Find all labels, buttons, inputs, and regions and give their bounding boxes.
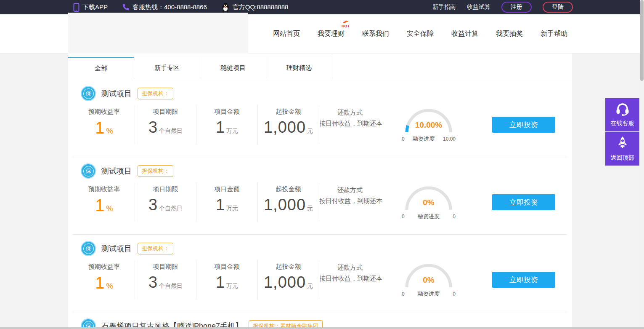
progress-min: 0 bbox=[402, 291, 405, 297]
profit-trial-link[interactable]: 收益试算 bbox=[467, 3, 490, 11]
stat-min-invest: 起投金额 1,000元 bbox=[258, 181, 319, 214]
stat-amount: 项目金额 1万元 bbox=[196, 181, 257, 214]
progress-min: 0 bbox=[402, 136, 405, 142]
invest-now-button[interactable]: 立即投资 bbox=[492, 194, 555, 210]
nav-item-help[interactable]: 新手帮助 bbox=[541, 29, 567, 38]
hotline[interactable]: 客服热线：400-8888-8866 bbox=[122, 3, 207, 11]
guarantee-badge-icon: 保 bbox=[81, 86, 96, 101]
project-item: 保 测试项目 担保机构： 预期收益率 1% 项目期限 3个自然日 项目金额 1万… bbox=[68, 157, 572, 234]
progress-max: 10.00 bbox=[443, 136, 456, 142]
repay-method: 还款方式 按日付收益，到期还本 bbox=[319, 104, 381, 128]
topbar: 下载APP 客服热线：400-8888-8866 bbox=[0, 0, 644, 14]
topbar-right: 新手指南 收益试算 注册 登陆 bbox=[432, 2, 573, 13]
back-to-top-label: 返回顶部 bbox=[611, 154, 634, 162]
stat-term: 项目期限 3个自然日 bbox=[135, 104, 196, 136]
project-title[interactable]: 测试项目 bbox=[101, 88, 132, 99]
guarantor-tag: 担保机构： bbox=[138, 88, 173, 99]
repay-method: 还款方式 按日付收益，到期还本 bbox=[319, 181, 381, 205]
progress-label: 融资进度 bbox=[418, 290, 440, 298]
login-button[interactable]: 登陆 bbox=[543, 2, 573, 13]
hotline-label: 客服热线：400-8888-8866 bbox=[133, 3, 207, 11]
tab-all[interactable]: 全部 bbox=[68, 57, 134, 79]
progress-label: 融资进度 bbox=[418, 213, 440, 220]
project-item: 保 石墨烯项目复古风格【赠送iPhone7手机】 担保机构：素材猫金融集团 bbox=[68, 312, 572, 329]
progress-percent: 0% bbox=[399, 198, 458, 207]
stat-min-invest: 起投金额 1,000元 bbox=[258, 259, 319, 292]
download-app-link[interactable]: 下载APP bbox=[73, 3, 108, 12]
project-item: 保 测试项目 担保机构： 预期收益率 1% 项目期限 3个自然日 项目金额 1万… bbox=[68, 234, 572, 312]
header: 网站首页 我要理财 HOT 联系我们 安全保障 收益计算 我要抽奖 新手帮助 bbox=[0, 14, 644, 53]
nav-item-calc[interactable]: 收益计算 bbox=[451, 29, 478, 38]
smartphone-icon bbox=[73, 3, 80, 12]
download-app-label: 下载APP bbox=[82, 3, 108, 11]
online-service-label: 在线客服 bbox=[611, 120, 634, 127]
funding-progress-gauge: 10.00% 0 融资进度 10.00 bbox=[399, 104, 458, 143]
project-title[interactable]: 测试项目 bbox=[101, 166, 132, 176]
register-button[interactable]: 注册 bbox=[501, 2, 532, 13]
tab-stable[interactable]: 稳健项目 bbox=[200, 57, 266, 79]
stat-term: 项目期限 3个自然日 bbox=[135, 181, 196, 214]
newbie-guide-link[interactable]: 新手指南 bbox=[432, 3, 456, 11]
stat-min-invest: 起投金额 1,000元 bbox=[258, 104, 319, 136]
funding-progress-gauge: 0% 0 融资进度 0 bbox=[399, 259, 458, 298]
filter-tabs: 全部 新手专区 稳健项目 理财精选 bbox=[68, 57, 572, 79]
stat-amount: 项目金额 1万元 bbox=[196, 104, 257, 136]
stat-expected-rate: 预期收益率 1% bbox=[74, 259, 135, 292]
qq-penguin-icon bbox=[221, 3, 230, 12]
main-nav: 网站首页 我要理财 HOT 联系我们 安全保障 收益计算 我要抽奖 新手帮助 bbox=[273, 29, 567, 38]
horizontal-scrollbar[interactable] bbox=[0, 327, 644, 329]
progress-percent: 10.00% bbox=[399, 120, 458, 130]
progress-percent: 0% bbox=[399, 276, 458, 285]
guarantee-badge-icon: 保 bbox=[81, 241, 96, 256]
project-list-panel: 全部 新手专区 稳健项目 理财精选 保 测试项目 担保机构： 预期收益率 1% … bbox=[68, 53, 572, 329]
nav-item-home[interactable]: 网站首页 bbox=[273, 29, 300, 38]
tab-newbie[interactable]: 新手专区 bbox=[134, 57, 200, 79]
funding-progress-gauge: 0% 0 融资进度 0 bbox=[399, 181, 458, 220]
rocket-icon bbox=[616, 136, 629, 152]
progress-label: 融资进度 bbox=[413, 135, 435, 143]
stat-term: 项目期限 3个自然日 bbox=[135, 259, 196, 292]
floating-widget: 在线客服 返回顶部 bbox=[605, 98, 639, 166]
guarantee-badge-icon: 保 bbox=[81, 163, 96, 179]
qq-label: 官方QQ:888888888 bbox=[233, 3, 289, 11]
stat-expected-rate: 预期收益率 1% bbox=[74, 181, 135, 215]
logo-placeholder bbox=[68, 13, 248, 53]
progress-max: 0 bbox=[453, 291, 456, 297]
vertical-scrollbar-thumb[interactable] bbox=[640, 0, 644, 81]
nav-item-lottery[interactable]: 我要抽奖 bbox=[496, 29, 523, 38]
project-title[interactable]: 测试项目 bbox=[101, 243, 132, 254]
nav-item-contact[interactable]: 联系我们 bbox=[362, 29, 389, 38]
progress-max: 0 bbox=[453, 214, 456, 219]
project-item: 保 测试项目 担保机构： 预期收益率 1% 项目期限 3个自然日 项目金额 1万… bbox=[68, 79, 572, 157]
phone-handset-icon bbox=[122, 3, 130, 11]
hot-icon: HOT bbox=[342, 19, 350, 28]
tab-featured[interactable]: 理财精选 bbox=[266, 57, 332, 79]
guarantor-tag: 担保机构： bbox=[138, 243, 173, 254]
stat-expected-rate: 预期收益率 1% bbox=[74, 104, 135, 137]
progress-min: 0 bbox=[402, 214, 405, 219]
nav-item-invest[interactable]: 我要理财 HOT bbox=[318, 29, 345, 38]
invest-now-button[interactable]: 立即投资 bbox=[492, 272, 555, 288]
guarantor-tag: 担保机构： bbox=[138, 165, 173, 177]
headset-icon bbox=[615, 102, 630, 118]
invest-now-button[interactable]: 立即投资 bbox=[492, 117, 555, 133]
topbar-left: 下载APP 客服热线：400-8888-8866 bbox=[73, 3, 302, 12]
vertical-scrollbar[interactable] bbox=[640, 0, 644, 329]
back-to-top-button[interactable]: 返回顶部 bbox=[605, 132, 639, 166]
stat-amount: 项目金额 1万元 bbox=[196, 259, 257, 292]
repay-method: 还款方式 按日付收益，到期还本 bbox=[319, 259, 381, 283]
online-service-button[interactable]: 在线客服 bbox=[605, 98, 639, 131]
nav-item-security[interactable]: 安全保障 bbox=[407, 29, 434, 38]
official-qq[interactable]: 官方QQ:888888888 bbox=[221, 3, 289, 12]
